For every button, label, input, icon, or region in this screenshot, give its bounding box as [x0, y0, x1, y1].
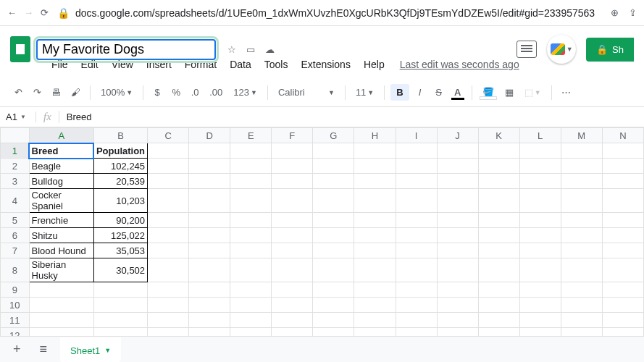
cell[interactable] — [519, 282, 561, 298]
comments-icon[interactable] — [517, 41, 537, 58]
cell[interactable] — [29, 313, 93, 328]
cell[interactable] — [478, 228, 519, 243]
cell[interactable] — [189, 298, 230, 313]
browser-forward-icon[interactable]: → — [24, 7, 33, 18]
cell[interactable]: Bulldog — [29, 174, 93, 189]
cell[interactable] — [602, 174, 643, 189]
cell[interactable]: Frenchie — [29, 213, 93, 228]
cell[interactable]: 125,022 — [93, 228, 147, 243]
cell[interactable] — [602, 313, 643, 328]
cell[interactable] — [354, 213, 396, 228]
cell[interactable] — [478, 313, 519, 328]
merge-dropdown[interactable]: ⬚▼ — [520, 84, 545, 101]
cell[interactable] — [561, 282, 602, 298]
cell[interactable] — [602, 243, 643, 258]
column-header[interactable]: K — [478, 128, 519, 143]
cell[interactable] — [478, 189, 519, 213]
cell[interactable]: Population — [93, 143, 147, 159]
browser-back-icon[interactable]: ← — [7, 7, 17, 18]
cell[interactable] — [93, 282, 147, 298]
cell[interactable] — [602, 228, 643, 243]
cell[interactable] — [272, 213, 313, 228]
row-header[interactable]: 2 — [1, 159, 30, 174]
cell[interactable] — [519, 313, 561, 328]
row-header[interactable]: 10 — [1, 298, 30, 313]
column-header[interactable]: F — [272, 128, 313, 143]
zoom-dropdown[interactable]: 100%▼ — [96, 84, 137, 101]
cell[interactable] — [29, 298, 93, 313]
cell[interactable] — [272, 243, 313, 258]
cell[interactable] — [272, 189, 313, 213]
borders-button[interactable]: ▦ — [501, 84, 517, 101]
cell[interactable] — [189, 258, 230, 282]
cell[interactable] — [396, 313, 437, 328]
cell[interactable] — [189, 228, 230, 243]
cell[interactable] — [189, 282, 230, 298]
cell[interactable] — [437, 258, 478, 282]
cell[interactable]: Blood Hound — [29, 243, 93, 258]
cell[interactable] — [437, 298, 478, 313]
cell[interactable] — [437, 228, 478, 243]
cell[interactable] — [148, 298, 189, 313]
star-icon[interactable]: ☆ — [227, 44, 236, 55]
share-icon[interactable]: ⇪ — [629, 7, 637, 18]
cell[interactable] — [354, 143, 396, 159]
column-header[interactable]: M — [561, 128, 602, 143]
cell[interactable] — [396, 174, 437, 189]
text-color-button[interactable]: A — [450, 85, 466, 99]
cell[interactable] — [437, 174, 478, 189]
cell[interactable]: Siberian Husky — [29, 258, 93, 282]
cell[interactable] — [230, 282, 272, 298]
cell[interactable] — [354, 313, 396, 328]
cell[interactable] — [437, 159, 478, 174]
row-header[interactable]: 11 — [1, 313, 30, 328]
column-header[interactable]: H — [354, 128, 396, 143]
cell[interactable] — [272, 313, 313, 328]
redo-icon[interactable]: ↷ — [29, 84, 45, 101]
cell[interactable] — [561, 174, 602, 189]
column-header[interactable]: L — [519, 128, 561, 143]
cell[interactable] — [230, 228, 272, 243]
cell[interactable] — [561, 143, 602, 159]
cell[interactable] — [561, 313, 602, 328]
zoom-icon[interactable]: ⊕ — [611, 7, 619, 18]
cell[interactable] — [230, 189, 272, 213]
cell[interactable] — [148, 174, 189, 189]
cell[interactable] — [519, 189, 561, 213]
cell[interactable] — [354, 228, 396, 243]
cell[interactable] — [519, 174, 561, 189]
cell[interactable] — [437, 213, 478, 228]
cell[interactable] — [29, 282, 93, 298]
cell[interactable] — [189, 159, 230, 174]
select-all-corner[interactable] — [1, 128, 30, 143]
column-header[interactable]: B — [93, 128, 147, 143]
cell[interactable] — [561, 298, 602, 313]
cell[interactable] — [437, 143, 478, 159]
cell[interactable] — [148, 243, 189, 258]
cell[interactable] — [437, 282, 478, 298]
cell[interactable]: 35,053 — [93, 243, 147, 258]
sheet-tab[interactable]: Sheet1 ▼ — [60, 337, 121, 362]
cell[interactable] — [313, 258, 354, 282]
cell[interactable] — [230, 313, 272, 328]
cell[interactable]: 10,203 — [93, 189, 147, 213]
cell[interactable] — [313, 174, 354, 189]
row-header[interactable]: 1 — [1, 143, 30, 159]
cell[interactable] — [519, 243, 561, 258]
cloud-status-icon[interactable]: ☁ — [265, 44, 275, 55]
cell[interactable] — [313, 313, 354, 328]
cell[interactable] — [561, 213, 602, 228]
cell[interactable] — [148, 313, 189, 328]
cell[interactable] — [437, 189, 478, 213]
cell[interactable] — [602, 298, 643, 313]
cell[interactable] — [354, 258, 396, 282]
cell[interactable] — [354, 243, 396, 258]
cell[interactable] — [478, 258, 519, 282]
cell[interactable] — [396, 298, 437, 313]
cell[interactable] — [313, 282, 354, 298]
browser-reload-icon[interactable]: ⟳ — [41, 7, 49, 18]
cell[interactable] — [396, 159, 437, 174]
row-header[interactable]: 6 — [1, 228, 30, 243]
cell[interactable] — [148, 159, 189, 174]
cell[interactable] — [396, 189, 437, 213]
